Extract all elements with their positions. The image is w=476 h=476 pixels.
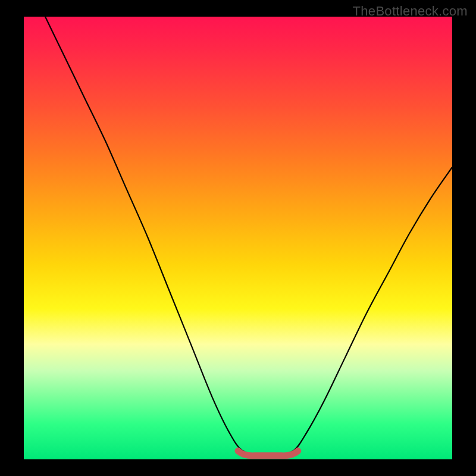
bottleneck-curve xyxy=(45,17,452,455)
highlight-region xyxy=(238,451,298,456)
chart-curve-layer xyxy=(24,17,452,459)
chart-plot-area xyxy=(24,17,452,459)
watermark-text: TheBottleneck.com xyxy=(353,4,468,19)
